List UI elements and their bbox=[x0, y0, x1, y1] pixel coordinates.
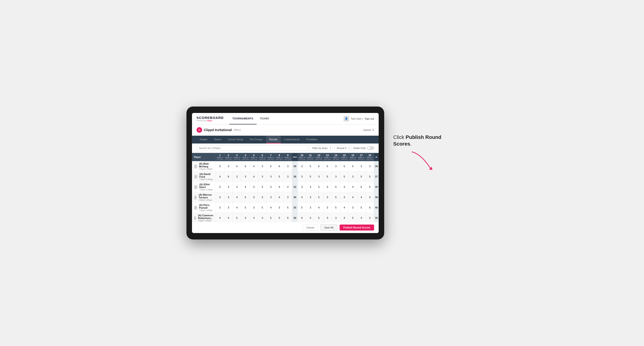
score-h17[interactable] bbox=[357, 192, 366, 202]
score-h10[interactable] bbox=[298, 192, 306, 202]
score-h13[interactable] bbox=[323, 213, 332, 222]
score-input-h18[interactable] bbox=[368, 165, 372, 168]
score-h10[interactable] bbox=[298, 161, 306, 172]
filter-team-select[interactable]: Filter by team bbox=[310, 145, 332, 151]
score-h12[interactable] bbox=[314, 192, 323, 202]
score-h2[interactable] bbox=[224, 192, 233, 202]
score-input-h12[interactable] bbox=[316, 216, 321, 219]
score-input-h14[interactable] bbox=[334, 206, 338, 209]
score-input-h1[interactable] bbox=[218, 216, 222, 219]
score-h11[interactable] bbox=[306, 192, 315, 202]
score-input-h4[interactable] bbox=[243, 216, 248, 219]
score-input-h9[interactable] bbox=[286, 206, 290, 209]
score-h14[interactable] bbox=[332, 161, 340, 172]
round-select[interactable]: Round 3 bbox=[334, 145, 351, 151]
score-h13[interactable] bbox=[323, 161, 332, 172]
score-h16[interactable] bbox=[348, 213, 357, 222]
score-input-h16[interactable] bbox=[350, 185, 355, 188]
nav-teams[interactable]: TEAMS bbox=[256, 113, 272, 124]
score-h1[interactable] bbox=[216, 182, 224, 192]
score-h2[interactable] bbox=[224, 202, 233, 213]
score-input-h12[interactable] bbox=[316, 165, 321, 168]
score-input-h18[interactable] bbox=[368, 175, 372, 178]
score-input-h11[interactable] bbox=[308, 175, 313, 178]
score-input-h10[interactable] bbox=[300, 216, 304, 219]
score-input-h11[interactable] bbox=[308, 165, 313, 168]
score-input-h12[interactable] bbox=[316, 175, 321, 178]
score-input-h8[interactable] bbox=[277, 206, 282, 209]
score-h15[interactable] bbox=[340, 161, 348, 172]
score-h6[interactable] bbox=[258, 202, 267, 213]
score-h7[interactable] bbox=[267, 182, 275, 192]
score-table-wrapper[interactable]: Player 1PAR: 4370 YDS 2PAR: 4511 YDS 3PA… bbox=[192, 153, 379, 222]
score-h13[interactable] bbox=[323, 202, 332, 213]
nav-tournaments[interactable]: TOURNAMENTS bbox=[229, 113, 256, 124]
score-h8[interactable] bbox=[275, 192, 284, 202]
score-h11[interactable] bbox=[306, 213, 315, 222]
score-input-h7[interactable] bbox=[268, 175, 273, 178]
score-input-h11[interactable] bbox=[308, 185, 313, 188]
score-h1[interactable] bbox=[216, 192, 224, 202]
score-h10[interactable] bbox=[298, 213, 306, 222]
score-input-h13[interactable] bbox=[325, 206, 330, 209]
score-h8[interactable] bbox=[275, 213, 284, 222]
score-h9[interactable] bbox=[284, 182, 292, 192]
score-input-h6[interactable] bbox=[260, 216, 265, 219]
score-h17[interactable] bbox=[357, 213, 366, 222]
score-h9[interactable] bbox=[284, 161, 292, 172]
score-input-h16[interactable] bbox=[350, 196, 355, 199]
score-h1[interactable] bbox=[216, 161, 224, 172]
score-input-h3[interactable] bbox=[234, 185, 239, 188]
score-input-h1[interactable] bbox=[218, 196, 222, 199]
score-h18[interactable] bbox=[366, 202, 374, 213]
score-h2[interactable] bbox=[224, 213, 233, 222]
score-h7[interactable] bbox=[267, 202, 275, 213]
score-h1[interactable] bbox=[216, 213, 224, 222]
score-input-h11[interactable] bbox=[308, 206, 313, 209]
score-input-h8[interactable] bbox=[277, 185, 282, 188]
score-input-h9[interactable] bbox=[286, 175, 290, 178]
score-h2[interactable] bbox=[224, 161, 233, 172]
score-h14[interactable] bbox=[332, 172, 340, 182]
score-h13[interactable] bbox=[323, 192, 332, 202]
score-input-h10[interactable] bbox=[300, 196, 304, 199]
score-input-h6[interactable] bbox=[260, 196, 265, 199]
tab-teams[interactable]: Teams bbox=[210, 136, 224, 144]
score-input-h18[interactable] bbox=[368, 206, 372, 209]
score-input-h13[interactable] bbox=[325, 175, 330, 178]
score-input-h17[interactable] bbox=[359, 196, 364, 199]
score-input-h15[interactable] bbox=[342, 175, 347, 178]
score-input-h1[interactable] bbox=[218, 175, 222, 178]
score-h12[interactable] bbox=[314, 213, 323, 222]
score-input-h4[interactable] bbox=[243, 175, 248, 178]
score-h4[interactable] bbox=[241, 213, 250, 222]
score-input-h6[interactable] bbox=[260, 175, 265, 178]
score-input-h3[interactable] bbox=[234, 206, 239, 209]
score-input-h5[interactable] bbox=[252, 165, 256, 168]
score-input-h3[interactable] bbox=[234, 165, 239, 168]
score-input-h7[interactable] bbox=[268, 196, 273, 199]
score-h3[interactable] bbox=[233, 161, 241, 172]
score-input-h15[interactable] bbox=[342, 216, 347, 219]
score-h5[interactable] bbox=[250, 213, 258, 222]
score-h15[interactable] bbox=[340, 213, 348, 222]
score-input-h17[interactable] bbox=[359, 165, 364, 168]
score-h13[interactable] bbox=[323, 172, 332, 182]
score-h14[interactable] bbox=[332, 182, 340, 192]
score-input-h12[interactable] bbox=[316, 206, 321, 209]
score-h7[interactable] bbox=[267, 192, 275, 202]
score-input-h17[interactable] bbox=[359, 206, 364, 209]
score-h6[interactable] bbox=[258, 192, 267, 202]
score-input-h4[interactable] bbox=[243, 185, 248, 188]
score-input-h2[interactable] bbox=[226, 175, 231, 178]
score-h3[interactable] bbox=[233, 182, 241, 192]
score-h5[interactable] bbox=[250, 161, 258, 172]
score-input-h18[interactable] bbox=[368, 216, 372, 219]
score-input-h14[interactable] bbox=[334, 185, 338, 188]
score-h9[interactable] bbox=[284, 192, 292, 202]
score-h14[interactable] bbox=[332, 213, 340, 222]
score-input-h11[interactable] bbox=[308, 196, 313, 199]
score-input-h11[interactable] bbox=[308, 216, 313, 219]
score-input-h12[interactable] bbox=[316, 185, 321, 188]
score-input-h5[interactable] bbox=[252, 216, 256, 219]
